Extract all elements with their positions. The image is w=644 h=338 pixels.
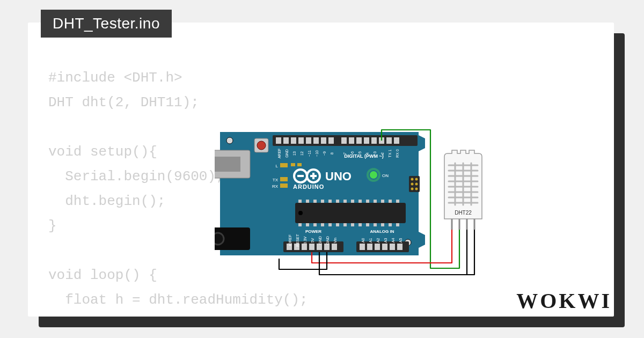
svg-point-79 [415, 188, 418, 190]
svg-text:L: L [276, 164, 279, 168]
svg-rect-22 [364, 137, 369, 144]
svg-rect-93 [390, 244, 395, 250]
svg-rect-50 [343, 200, 347, 203]
svg-rect-87 [332, 244, 337, 250]
digital-pin-label: ~9 [323, 151, 326, 156]
file-tab[interactable]: DHT_Tester.ino [41, 10, 172, 38]
svg-rect-73 [409, 176, 420, 192]
svg-rect-65 [351, 223, 354, 226]
svg-rect-23 [371, 137, 377, 144]
power-pin-label: GND [318, 236, 322, 245]
svg-rect-57 [396, 200, 399, 203]
svg-rect-34 [297, 163, 302, 166]
power-pin-label: Vin [333, 238, 337, 243]
digital-section-label: DIGITAL (PWM ~) [344, 153, 383, 159]
arduino-uno-board[interactable]: AREFGND1312~11~10~987~6~54~32TX 1RX 0 DI… [215, 132, 425, 255]
svg-rect-69 [381, 223, 384, 226]
svg-rect-11 [276, 137, 281, 144]
svg-rect-54 [374, 200, 377, 203]
wokwi-logo: WOKWI [516, 288, 612, 313]
svg-rect-5 [215, 157, 240, 172]
digital-pin-label: TX 1 [388, 150, 392, 158]
svg-rect-71 [396, 223, 399, 226]
analog-pin-label: A5 [399, 238, 402, 243]
svg-point-0 [226, 137, 233, 144]
digital-pin-label: RX 0 [396, 149, 399, 158]
power-jack-icon [215, 227, 250, 250]
svg-rect-19 [341, 137, 347, 144]
svg-point-9 [257, 141, 266, 150]
analog-pin-label: A3 [384, 238, 387, 243]
digital-pin-label: 12 [300, 151, 304, 156]
svg-rect-89 [360, 244, 365, 250]
svg-rect-68 [374, 223, 377, 226]
svg-point-7 [215, 233, 224, 245]
icsp-header[interactable] [409, 176, 420, 192]
svg-rect-55 [381, 200, 384, 203]
svg-rect-26 [394, 137, 399, 144]
svg-rect-53 [366, 200, 369, 203]
usb-port-icon [215, 150, 250, 178]
analog-pin-label: A4 [391, 238, 395, 243]
svg-rect-49 [336, 200, 339, 203]
svg-point-75 [415, 178, 418, 181]
svg-rect-48 [328, 200, 332, 203]
svg-rect-90 [367, 244, 372, 250]
svg-rect-43 [295, 203, 406, 223]
dht22-sensor[interactable]: DHT22 [444, 150, 482, 230]
simulator-canvas[interactable]: AREFGND1312~11~10~987~6~54~32TX 1RX 0 DI… [215, 126, 558, 308]
svg-rect-16 [313, 137, 319, 144]
svg-rect-33 [291, 163, 295, 166]
svg-rect-17 [321, 137, 326, 144]
svg-point-76 [411, 183, 414, 186]
svg-rect-70 [389, 223, 392, 226]
svg-rect-92 [382, 244, 387, 250]
svg-rect-52 [358, 200, 362, 203]
svg-rect-58 [298, 223, 302, 226]
sensor-label: DHT22 [455, 210, 472, 216]
svg-rect-91 [375, 244, 380, 250]
atmega-chip-icon [295, 200, 406, 226]
power-pin-label: GND [326, 236, 330, 245]
svg-point-74 [411, 178, 414, 181]
power-section-label: POWER [305, 229, 321, 234]
wokwi-logo-text: WOKWI [516, 289, 612, 313]
digital-pin-label: AREF [277, 149, 281, 159]
power-pin-label: IOREF [288, 234, 292, 246]
svg-point-72 [298, 211, 303, 215]
power-pin-label: RESET [296, 234, 299, 247]
svg-text:RX: RX [272, 184, 279, 189]
svg-rect-60 [313, 223, 317, 226]
svg-rect-56 [389, 200, 392, 203]
svg-rect-67 [366, 223, 369, 226]
svg-rect-32 [280, 183, 288, 188]
svg-rect-28 [280, 163, 288, 167]
svg-text:ON: ON [382, 173, 389, 178]
svg-point-35 [370, 171, 377, 179]
digital-pin-label: 13 [292, 151, 296, 156]
svg-point-77 [415, 183, 418, 186]
svg-rect-14 [298, 137, 304, 144]
svg-rect-66 [358, 223, 362, 226]
svg-rect-94 [397, 244, 402, 250]
svg-rect-21 [356, 137, 362, 144]
svg-rect-64 [343, 223, 347, 226]
svg-rect-63 [336, 223, 339, 226]
svg-rect-51 [351, 200, 354, 203]
reset-button[interactable] [254, 138, 268, 152]
power-pin-label: 3.3V [303, 236, 307, 244]
svg-rect-15 [306, 137, 311, 144]
board-brand-label: ARDUINO [293, 183, 324, 190]
svg-rect-59 [306, 223, 309, 226]
analog-pin-label: A0 [361, 238, 365, 243]
power-pin-label: 5V [311, 238, 314, 243]
svg-rect-44 [298, 200, 302, 203]
svg-rect-12 [283, 137, 289, 144]
svg-rect-62 [328, 223, 332, 226]
svg-point-78 [411, 188, 414, 190]
svg-rect-13 [291, 137, 296, 144]
svg-rect-84 [309, 244, 314, 250]
svg-rect-45 [306, 200, 309, 203]
digital-header[interactable] [273, 135, 418, 146]
file-tab-label: DHT_Tester.ino [53, 15, 160, 32]
